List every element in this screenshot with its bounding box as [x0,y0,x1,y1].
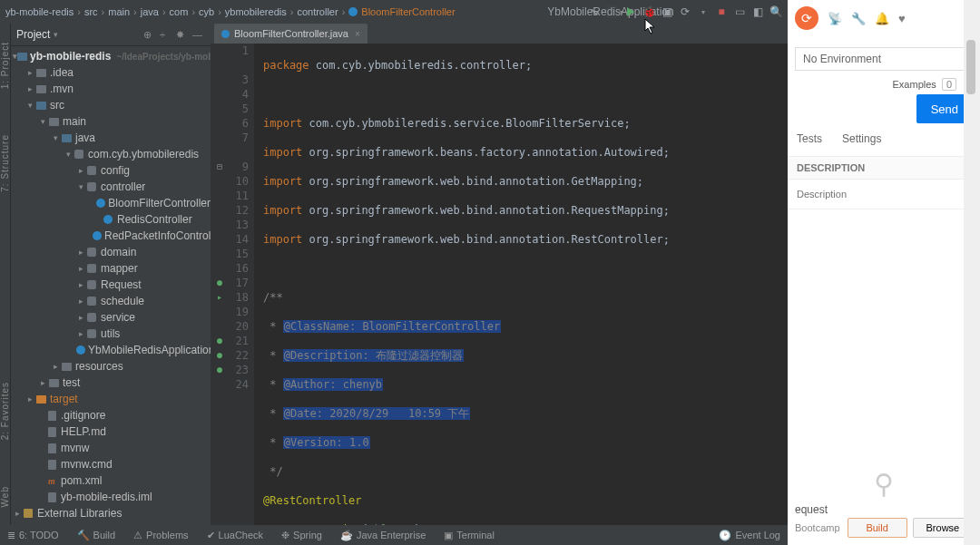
build-toggle[interactable]: Build [848,518,907,538]
crumb[interactable]: java [141,6,159,17]
status-spring[interactable]: ❉ Spring [281,530,322,541]
bootcamp-link[interactable]: Bootcamp [795,522,840,533]
satellite-icon[interactable]: 📡 [828,12,842,25]
locate-icon[interactable]: ⊕ [143,29,156,41]
run-config-label: YbMobileRedisApplication [604,5,617,18]
tree-item[interactable]: BloomFilterController [11,195,211,211]
tree-item[interactable]: mpom.xml [11,472,211,489]
tree-item[interactable]: ▾java [11,130,211,146]
status-luacheck[interactable]: ✔ LuaCheck [207,530,264,541]
tree-item[interactable]: ▸mapper [11,260,211,277]
update-icon[interactable]: ▭ [733,5,746,18]
tree-item[interactable]: mvnw.cmd [11,456,211,472]
tree-item[interactable]: yb-mobile-redis.iml [11,489,211,505]
hide-icon[interactable]: — [192,29,205,40]
tree-item[interactable]: ▸domain [11,244,211,260]
request-tabs: Tests Settings [788,132,980,151]
stop-icon[interactable]: ■ [715,5,728,18]
heart-icon[interactable]: ♥ [898,12,906,25]
api-header: ⟳ 📡 🔧 🔔 ♥ [788,0,980,36]
sync-icon[interactable]: ⟳ [795,6,818,30]
status-bar: ≣ 6: TODO 🔨 Build ⚠ Problems ✔ LuaCheck … [0,525,788,545]
tree-item[interactable]: RedPacketInfoController [11,228,211,244]
git-icon[interactable]: ◧ [751,5,764,18]
run-toolbar: ↘ YbMobileRedisApplication▾ 🐞 ▣ ⟳ ▾ ■ ▭ … [588,5,782,18]
toolwindow-favorites[interactable]: 2: Favorites [0,382,10,440]
description-input[interactable] [797,189,971,200]
status-terminal[interactable]: ▣ Terminal [444,530,495,541]
run-icon[interactable] [624,5,637,18]
crumb[interactable]: main [108,6,130,17]
toolwindow-project[interactable]: 1: Project [0,42,10,89]
profile-icon[interactable]: ⟳ [679,5,691,18]
tree-item[interactable]: ▸External Libraries [11,505,211,521]
settings-icon[interactable]: ✸ [176,29,189,41]
code-editor[interactable]: ⊟ ● ▸ ● ● ● 1345679101112131415161718192… [211,44,788,525]
tree-item[interactable]: RedisController [11,211,211,228]
close-icon[interactable]: × [355,29,360,39]
tree-item[interactable]: ▾com.cyb.ybmobileredis [11,146,211,162]
tab-label: BloomFilterController.java [234,28,348,39]
collapse-icon[interactable]: ÷ [160,29,172,40]
examples-count: 0 [942,78,956,91]
tab-tests[interactable]: Tests [797,132,822,145]
status-build[interactable]: 🔨 Build [77,530,115,541]
run-menu-caret-icon[interactable]: ▾ [697,5,710,18]
search-icon[interactable]: 🔍 [769,5,782,18]
scrollbar-thumb[interactable] [966,40,975,94]
run-config-selector[interactable]: YbMobileRedisApplication▾ [606,5,619,18]
environment-selector[interactable]: No Environment [795,47,973,71]
tree-item[interactable]: ▸.idea [11,64,211,81]
tree-item[interactable]: ▸target [11,391,211,407]
tree-item[interactable]: ▸utils [11,326,211,342]
examples-label: Examples [893,79,936,90]
coverage-icon[interactable]: ▣ [661,5,673,18]
tree-item[interactable]: ▾main [11,113,211,130]
tree-item[interactable]: ▸test [11,375,211,391]
status-jee[interactable]: ☕ Java Enterprise [340,530,426,541]
ide-window: yb-mobile-redis› src› main› java› com› c… [0,0,788,545]
crumb[interactable]: com [170,6,189,17]
crumb[interactable]: src [84,6,98,17]
crumb[interactable]: yb-mobile-redis [5,6,74,17]
col-description: DESCRIPTION [788,157,980,180]
tree-item[interactable]: ▸resources [11,358,211,375]
wrench-icon[interactable]: 🔧 [851,12,866,25]
examples-dropdown[interactable]: Examples 0 ▼ [788,71,980,94]
status-problems[interactable]: ⚠ Problems [133,530,188,541]
gutter-marks: ⊟ ● ▸ ● ● ● [211,44,229,525]
os-scrollbar[interactable] [964,0,980,545]
tree-item[interactable]: mvnw [11,440,211,456]
tree-item[interactable]: YbMobileRedisApplication [11,342,211,358]
toolwindow-structure[interactable]: 7: Structure [0,134,10,192]
editor-tab[interactable]: BloomFilterController.java × [214,24,368,44]
crumb[interactable]: ybmobileredis [225,6,287,17]
params-table: DESCRIPTION [788,156,980,209]
tree-item[interactable]: ▾controller [11,179,211,195]
crumb[interactable]: cyb [199,6,214,17]
bell-icon[interactable]: 🔔 [875,12,889,25]
tree-root[interactable]: ▾yb-mobile-redis~/IdeaProjects/yb-mobile… [11,48,211,64]
toolwindow-web[interactable]: Web [0,486,10,507]
project-tree[interactable]: ▾yb-mobile-redis~/IdeaProjects/yb-mobile… [11,46,211,525]
debug-icon[interactable]: 🐞 [642,5,655,18]
tree-item[interactable]: ▸schedule [11,293,211,309]
chevron-down-icon[interactable]: ▾ [54,30,58,39]
tab-settings[interactable]: Settings [842,132,881,145]
crumb[interactable]: controller [297,6,338,17]
request-label: equest [795,503,828,516]
status-eventlog[interactable]: 🕑 Event Log [719,530,780,541]
crumb-class[interactable]: BloomFilterController [348,6,455,17]
tree-item[interactable]: ▸config [11,162,211,179]
tree-item[interactable]: ▸Request [11,277,211,293]
tree-item[interactable]: .gitignore [11,407,211,423]
tree-item[interactable]: ▾src [11,97,211,113]
status-todo[interactable]: ≣ 6: TODO [7,530,59,541]
placeholder-glyph-icon: ⚲ [788,462,980,503]
tree-item[interactable]: ▸service [11,309,211,326]
tree-item[interactable]: ▸.mvn [11,81,211,97]
tree-item[interactable]: HELP.md [11,423,211,440]
env-label: No Environment [803,53,881,65]
code-content[interactable]: package com.cyb.ybmobileredis.controller… [254,44,788,525]
project-title[interactable]: Project [16,28,50,41]
